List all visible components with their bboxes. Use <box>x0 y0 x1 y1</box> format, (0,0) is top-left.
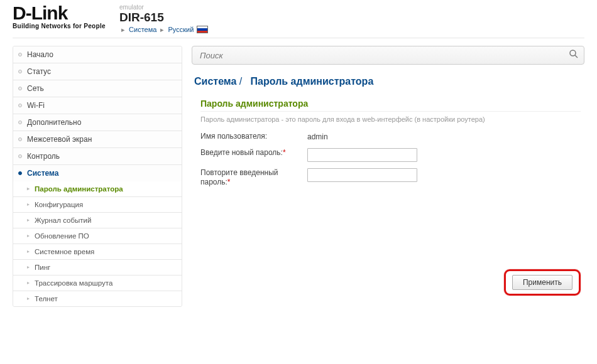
sidebar-subitem[interactable]: ▸Обновление ПО <box>13 228 182 244</box>
chevron-right-icon: ▸ <box>27 186 30 191</box>
breadcrumb: ▸ Система ▸ Русский <box>119 26 208 34</box>
sidebar-subitem-label: Трассировка маршрута <box>35 279 112 287</box>
username-label: Имя пользователя: <box>200 132 307 142</box>
chevron-right-icon: ▸ <box>27 264 30 270</box>
confirm-password-input[interactable] <box>307 168 417 182</box>
new-password-label: Введите новый пароль:* <box>200 148 307 158</box>
row-confirm-password: Повторите введенный пароль:* <box>200 168 581 188</box>
sidebar-subitem-label: Телнет <box>35 295 58 302</box>
bullet-icon <box>18 120 22 124</box>
sidebar-item-label: Wi-Fi <box>27 101 45 110</box>
sidebar-item[interactable]: Сеть <box>13 80 182 97</box>
row-new-password: Введите новый пароль:* <box>200 148 581 162</box>
sidebar-subitem-label: Обновление ПО <box>35 232 89 240</box>
chevron-right-icon: ▸ <box>27 217 30 223</box>
bullet-icon <box>18 154 22 158</box>
sidebar-item[interactable]: Система <box>13 165 182 181</box>
panel-heading: Пароль администратора <box>200 99 581 112</box>
logo: D-Link Building Networks for People <box>13 4 116 29</box>
sidebar-item-label: Межсетевой экран <box>27 135 92 144</box>
search-bar[interactable] <box>192 46 584 65</box>
svg-point-0 <box>570 50 576 56</box>
sidebar-item-label: Начало <box>27 50 53 59</box>
breadcrumb-system[interactable]: Система <box>129 26 156 33</box>
action-bar: Применить <box>192 269 584 296</box>
chevron-right-icon: ▸ <box>27 201 30 207</box>
sidebar-subitem[interactable]: ▸Системное время <box>13 244 182 259</box>
confirm-password-label: Повторите введенный пароль:* <box>200 168 307 188</box>
emulator-label: emulator <box>119 4 208 11</box>
model-block: emulator DIR-615 ▸ Система ▸ Русский <box>116 4 208 34</box>
sidebar-item-label: Система <box>27 169 59 178</box>
new-password-input[interactable] <box>307 148 417 162</box>
sidebar-item-label: Статус <box>27 67 51 76</box>
admin-password-panel: Пароль администратора Пароль администрат… <box>192 99 584 188</box>
apply-button[interactable]: Применить <box>512 275 572 290</box>
main-content: Система / Пароль администратора Пароль а… <box>192 46 584 307</box>
sidebar-item[interactable]: Статус <box>13 63 182 80</box>
search-icon[interactable] <box>569 49 579 62</box>
search-input[interactable] <box>197 47 569 64</box>
bullet-icon <box>18 70 22 73</box>
chevron-right-icon: ▸ <box>27 296 30 301</box>
page-title-name: Пароль администратора <box>251 76 374 87</box>
sidebar: НачалоСтатусСетьWi-FiДополнительноМежсет… <box>13 46 182 307</box>
sidebar-subitem[interactable]: ▸Трассировка маршрута <box>13 276 182 291</box>
username-value: admin <box>307 132 328 141</box>
flag-ru-icon <box>197 26 208 33</box>
page-title: Система / Пароль администратора <box>194 76 584 87</box>
sidebar-subitem[interactable]: ▸Пароль администратора <box>13 181 182 196</box>
sidebar-item[interactable]: Межсетевой экран <box>13 131 182 147</box>
bullet-icon <box>18 104 22 107</box>
sidebar-subitem-label: Журнал событий <box>35 217 91 224</box>
logo-text: D-Link <box>13 4 116 23</box>
sidebar-subitem[interactable]: ▸Журнал событий <box>13 213 182 228</box>
sidebar-item-label: Сеть <box>27 84 44 93</box>
bullet-icon <box>18 137 22 141</box>
chevron-right-icon: ▸ <box>121 26 125 33</box>
header: D-Link Building Networks for People emul… <box>13 0 584 38</box>
chevron-right-icon: ▸ <box>27 233 30 238</box>
highlight-annotation: Применить <box>504 269 581 296</box>
device-model: DIR-615 <box>119 11 208 24</box>
bullet-icon <box>18 87 22 90</box>
sidebar-subitem[interactable]: ▸Конфигурация <box>13 197 182 212</box>
chevron-right-icon: ▸ <box>27 249 30 254</box>
logo-tagline: Building Networks for People <box>13 23 116 29</box>
bullet-icon <box>18 53 22 56</box>
sidebar-subitem[interactable]: ▸Телнет <box>13 291 182 306</box>
sidebar-subitem-label: Конфигурация <box>35 201 83 208</box>
svg-line-1 <box>575 55 578 58</box>
sidebar-subitem-label: Пароль администратора <box>35 185 123 193</box>
sidebar-item[interactable]: Дополнительно <box>13 114 182 131</box>
sidebar-subitem-label: Пинг <box>35 264 50 271</box>
sidebar-item[interactable]: Wi-Fi <box>13 97 182 114</box>
bullet-icon <box>18 171 22 175</box>
page-title-section: Система <box>194 76 236 87</box>
sidebar-item-label: Контроль <box>27 152 60 161</box>
row-username: Имя пользователя: admin <box>200 132 581 142</box>
sidebar-subitem[interactable]: ▸Пинг <box>13 260 182 275</box>
sidebar-item[interactable]: Контроль <box>13 148 182 164</box>
sidebar-item[interactable]: Начало <box>13 46 182 63</box>
chevron-right-icon: ▸ <box>160 26 164 33</box>
sidebar-item-label: Дополнительно <box>27 118 81 127</box>
breadcrumb-language[interactable]: Русский <box>168 26 194 33</box>
panel-description: Пароль администратора - это пароль для в… <box>200 115 581 123</box>
sidebar-subitem-label: Системное время <box>35 248 94 255</box>
chevron-right-icon: ▸ <box>27 280 30 286</box>
